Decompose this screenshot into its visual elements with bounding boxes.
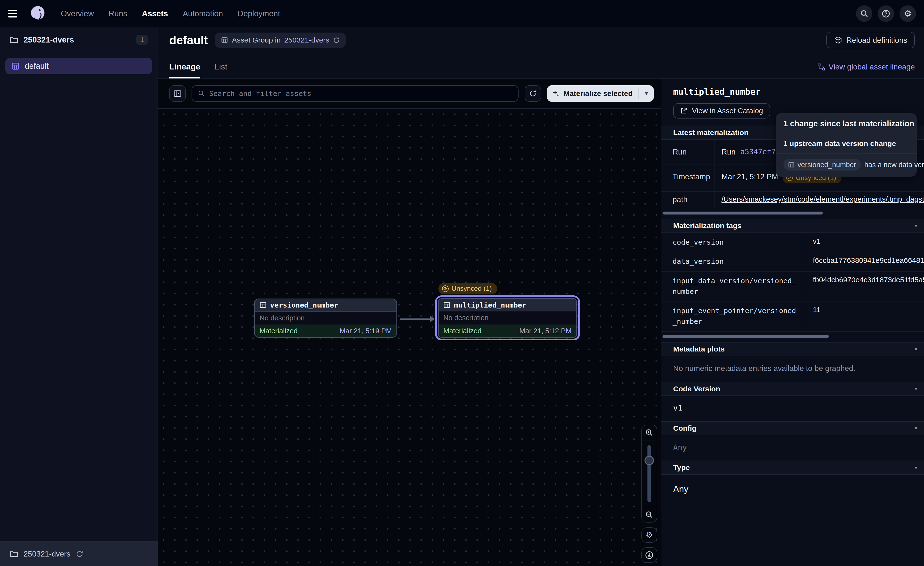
collapse-caret-icon[interactable]: ▼: [914, 346, 918, 352]
lineage-canvas[interactable]: versioned_number No description Material…: [158, 108, 661, 566]
tab-row: Lineage List View global asset lineage: [158, 53, 924, 79]
chevron-down-icon[interactable]: ▼: [639, 85, 654, 102]
section-type[interactable]: Type ▼: [662, 461, 924, 475]
tag-row: input_data_version/versioned_number fb04…: [662, 272, 924, 301]
asset-group-chip[interactable]: Asset Group in 250321-dvers: [215, 33, 346, 48]
view-global-lineage-label: View global asset lineage: [829, 62, 915, 71]
search-input[interactable]: [209, 89, 512, 98]
tab-lineage[interactable]: Lineage: [169, 62, 200, 78]
graph-settings-gear-icon[interactable]: ⚙: [641, 527, 657, 543]
section-config[interactable]: Config ▼: [662, 421, 924, 435]
sidebar-footer-label: 250321-dvers: [24, 549, 70, 558]
panel-asset-title: multiplied_number: [673, 87, 913, 97]
external-link-icon: [680, 107, 688, 114]
primary-nav: Overview Runs Assets Automation Deployme…: [61, 9, 280, 18]
asset-chip-versioned-number[interactable]: versioned_number: [783, 159, 861, 171]
node-name: multiplied_number: [454, 301, 526, 309]
path-link[interactable]: /Users/smackesey/stm/code/elementl/exper…: [722, 195, 924, 203]
lineage-toolbar: Materialize selected ▼: [158, 79, 661, 108]
chip-link[interactable]: 250321-dvers: [284, 36, 330, 44]
sidebar-item-label: default: [25, 62, 48, 71]
refresh-icon[interactable]: [333, 37, 340, 44]
node-body: No description: [439, 312, 576, 324]
changes-popover: 1 change since last materialization 1 up…: [776, 113, 916, 176]
panel-expand-icon[interactable]: [169, 85, 186, 102]
tag-value: v1: [806, 233, 924, 252]
section-label: Type: [673, 464, 690, 472]
help-icon[interactable]: [878, 5, 894, 22]
search-icon: [198, 90, 205, 97]
refresh-icon[interactable]: [76, 550, 84, 558]
sidebar-group-row[interactable]: 250321-dvers 1: [0, 27, 158, 53]
zoom-out-icon[interactable]: [642, 507, 657, 522]
section-materialization-tags[interactable]: Materialization tags ▼: [662, 218, 924, 233]
tab-list[interactable]: List: [214, 62, 228, 78]
page-header: default Asset Group in 250321-dvers Relo…: [158, 27, 924, 53]
download-icon[interactable]: [641, 547, 657, 563]
view-global-lineage-link[interactable]: View global asset lineage: [818, 62, 915, 78]
zoom-slider-track[interactable]: [648, 445, 651, 502]
table-row-path: path /Users/smackesey/stm/code/elementl/…: [662, 192, 924, 208]
topnav-actions: ⚙: [856, 5, 916, 22]
sidebar-footer[interactable]: 250321-dvers: [0, 542, 158, 566]
run-id-link[interactable]: a5347ef7: [740, 148, 776, 156]
dagster-logo[interactable]: [29, 5, 46, 23]
popover-subtitle: 1 upstream data version change: [776, 134, 916, 154]
asset-node-multiplied-number[interactable]: multiplied_number No description Materia…: [438, 298, 577, 337]
collapse-caret-icon[interactable]: ▼: [914, 465, 918, 471]
collapse-caret-icon[interactable]: ▼: [914, 386, 918, 391]
tag-value: f6ccba1776380941e9cd1ea66481d: [806, 252, 924, 271]
node-timestamp: Mar 21, 5:12 PM: [519, 327, 572, 335]
row-label: path: [662, 192, 714, 208]
lineage-graph-icon: [818, 63, 825, 71]
reload-definitions-button[interactable]: Reload definitions: [826, 32, 915, 48]
sidebar-item-default[interactable]: default: [5, 58, 152, 74]
reload-definitions-label: Reload definitions: [846, 36, 907, 45]
zoom-slider-handle[interactable]: [645, 456, 654, 465]
tag-row: code_version v1: [662, 233, 924, 252]
nav-runs[interactable]: Runs: [108, 9, 127, 18]
collapse-caret-icon[interactable]: ▼: [914, 223, 918, 229]
view-in-asset-catalog-label: View in Asset Catalog: [692, 107, 763, 115]
materialize-selected-button[interactable]: Materialize selected ▼: [547, 85, 654, 102]
node-footer: Materialized Mar 21, 5:19 PM: [255, 325, 396, 337]
menu-icon[interactable]: [8, 8, 21, 20]
section-label: Code Version: [673, 385, 720, 393]
unsynced-badge[interactable]: ⟳ Unsynced (1): [438, 283, 497, 294]
zoom-in-icon[interactable]: [642, 425, 657, 440]
edge-arrow-icon: [430, 316, 435, 322]
node-footer: Materialized Mar 21, 5:12 PM: [439, 325, 576, 337]
horizontal-scrollbar[interactable]: [663, 212, 924, 214]
nav-automation[interactable]: Automation: [183, 9, 223, 18]
search-icon[interactable]: [856, 5, 873, 22]
horizontal-scrollbar[interactable]: [663, 335, 924, 338]
zoom-slider[interactable]: [642, 440, 657, 507]
metadata-plots-empty-text: No numeric metadata entries available to…: [662, 356, 924, 382]
run-prefix: Run: [722, 148, 736, 157]
code-version-value: v1: [662, 396, 924, 421]
sparkle-icon: [552, 90, 560, 98]
asset-chip-label: versioned_number: [798, 161, 856, 169]
node-description: No description: [443, 314, 489, 322]
refresh-icon[interactable]: [525, 85, 541, 102]
asset-groups-sidebar: 250321-dvers 1 default 250321-dvers: [0, 27, 158, 566]
nav-assets[interactable]: Assets: [142, 9, 168, 18]
page-title: default: [169, 33, 208, 47]
tag-key: data_version: [662, 252, 806, 271]
view-in-asset-catalog-button[interactable]: View in Asset Catalog: [673, 103, 770, 119]
folder-icon: [9, 35, 18, 44]
asset-search-box: [192, 85, 519, 102]
lineage-edge: [400, 318, 431, 320]
collapse-caret-icon[interactable]: ▼: [914, 425, 918, 431]
section-code-version[interactable]: Code Version ▼: [662, 382, 924, 396]
node-header: versioned_number: [255, 299, 396, 312]
top-nav: Overview Runs Assets Automation Deployme…: [0, 0, 924, 27]
asset-node-versioned-number[interactable]: versioned_number No description Material…: [254, 298, 397, 338]
gear-icon[interactable]: ⚙: [900, 5, 916, 22]
folder-icon: [9, 550, 18, 558]
section-label: Latest materialization: [673, 128, 748, 137]
nav-deployment[interactable]: Deployment: [238, 9, 280, 18]
section-metadata-plots[interactable]: Metadata plots ▼: [662, 342, 924, 356]
nav-overview[interactable]: Overview: [61, 9, 94, 18]
timestamp-value: Mar 21, 5:12 PM: [722, 172, 778, 181]
